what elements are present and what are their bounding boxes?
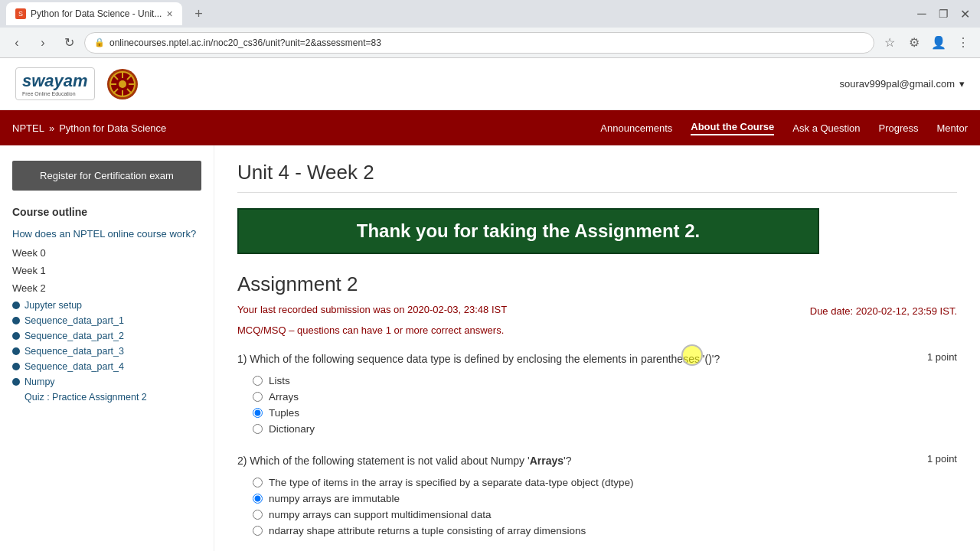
- url-text: onlinecourses.nptel.ac.in/noc20_cs36/uni…: [109, 37, 381, 48]
- page-title: Unit 4 - Week 2: [237, 161, 957, 193]
- question-1-number: 1): [237, 353, 247, 365]
- cert-btn[interactable]: Register for Certification exam: [12, 161, 201, 191]
- sidebar-item-label: Jupyter setup: [24, 300, 82, 311]
- sidebar-item-seq3[interactable]: Sequence_data_part_3: [12, 346, 201, 357]
- nptel-wheel-logo: [107, 69, 138, 99]
- option-multidim[interactable]: numpy arrays can support multidimensiona…: [253, 509, 957, 520]
- option-immutable-radio[interactable]: [253, 494, 263, 504]
- browser-tab[interactable]: S Python for Data Science - Unit... ×: [6, 2, 182, 25]
- option-immutable[interactable]: numpy arrays are immutable: [253, 493, 957, 504]
- menu-btn[interactable]: ⋮: [952, 32, 974, 54]
- nav-bar: NPTEL » Python for Data Science Announce…: [0, 110, 980, 145]
- breadcrumb: NPTEL » Python for Data Science: [12, 122, 166, 134]
- sidebar-item-label: Sequence_data_part_2: [24, 331, 124, 341]
- nav-links: Announcements About the Course Ask a Que…: [600, 121, 968, 135]
- option-arrays-label: Arrays: [269, 391, 299, 403]
- option-immutable-label: numpy arrays are immutable: [269, 493, 400, 504]
- forward-btn[interactable]: ›: [32, 32, 54, 54]
- extensions-btn[interactable]: ⚙: [903, 32, 925, 54]
- sidebar-item-label: Sequence_data_part_4: [24, 361, 124, 372]
- option-tuples-label: Tuples: [269, 407, 299, 419]
- sidebar-item-jupyter[interactable]: Jupyter setup: [12, 300, 201, 311]
- sidebar-item-seq1[interactable]: Sequence_data_part_1: [12, 315, 201, 326]
- sidebar-item-seq4[interactable]: Sequence_data_part_4: [12, 361, 201, 372]
- tab-favicon: S: [15, 8, 26, 19]
- option-multidim-radio[interactable]: [253, 510, 263, 520]
- question-1-header: 1) Which of the following sequence data …: [237, 351, 957, 367]
- thank-you-banner: Thank you for taking the Assignment 2.: [237, 208, 819, 254]
- tab-title: Python for Data Science - Unit...: [31, 8, 162, 19]
- user-dropdown-icon[interactable]: ▾: [959, 78, 965, 90]
- option-arrays[interactable]: Arrays: [253, 391, 957, 403]
- bookmark-btn[interactable]: ☆: [879, 32, 900, 54]
- option-multidim-label: numpy arrays can support multidimensiona…: [269, 509, 491, 520]
- back-btn[interactable]: ‹: [6, 32, 28, 54]
- quiz-item-label: Quiz : Practice Assignment 2: [24, 392, 147, 403]
- option-tuples[interactable]: Tuples: [253, 407, 957, 419]
- option-tuples-radio[interactable]: [253, 408, 263, 418]
- nav-announcements[interactable]: Announcements: [600, 122, 672, 134]
- swayam-sub: Free Online Education: [22, 91, 88, 96]
- sidebar-item-label: Sequence_data_part_3: [24, 346, 124, 357]
- nav-about-course[interactable]: About the Course: [691, 121, 774, 135]
- option-dtype-label: The type of items in the array is specif…: [269, 477, 634, 488]
- question-2-points: 1 point: [927, 453, 957, 465]
- nav-ask-question[interactable]: Ask a Question: [792, 122, 860, 134]
- profile-btn[interactable]: 👤: [928, 32, 949, 54]
- option-ndarray[interactable]: ndarray shape attribute returns a tuple …: [253, 525, 957, 536]
- sidebar-item-seq2[interactable]: Sequence_data_part_2: [12, 331, 201, 341]
- question-1-text: 1) Which of the following sequence data …: [237, 351, 912, 367]
- sidebar: Register for Certification exam Course o…: [0, 145, 214, 551]
- question-2-options: The type of items in the array is specif…: [253, 477, 957, 536]
- option-dtype-radio[interactable]: [253, 478, 263, 487]
- option-dtype[interactable]: The type of items in the array is specif…: [253, 477, 957, 488]
- option-dictionary-radio[interactable]: [253, 424, 263, 434]
- nav-progress[interactable]: Progress: [879, 122, 919, 134]
- assignment-title: Assignment 2: [237, 272, 957, 296]
- main-layout: Register for Certification exam Course o…: [0, 145, 980, 551]
- site-header: swayam Free Online Education: [0, 58, 980, 110]
- option-lists[interactable]: Lists: [253, 375, 957, 386]
- address-bar[interactable]: 🔒 onlinecourses.nptel.ac.in/noc20_cs36/u…: [84, 32, 874, 54]
- question-1-options: Lists Arrays Tuples Dictionary: [253, 375, 957, 435]
- question-1-block: 1) Which of the following sequence data …: [237, 351, 957, 435]
- week0-label[interactable]: Week 0: [12, 247, 201, 259]
- option-lists-radio[interactable]: [253, 376, 263, 386]
- nav-mentor[interactable]: Mentor: [937, 122, 968, 134]
- breadcrumb-nptel[interactable]: NPTEL: [12, 122, 44, 134]
- swayam-logo: swayam Free Online Education: [15, 67, 95, 100]
- user-email: sourav999pal@gmail.com: [840, 78, 956, 90]
- sidebar-item-label: Numpy: [24, 377, 55, 387]
- week2-label[interactable]: Week 2: [12, 282, 201, 294]
- lock-icon: 🔒: [94, 37, 105, 47]
- week1-label[interactable]: Week 1: [12, 265, 201, 276]
- dot-icon: [12, 302, 20, 309]
- breadcrumb-separator: »: [49, 122, 54, 134]
- question-2-text: 2) Which of the following statement is n…: [237, 453, 912, 469]
- user-area[interactable]: sourav999pal@gmail.com ▾: [840, 78, 965, 90]
- option-dictionary[interactable]: Dictionary: [253, 423, 957, 435]
- close-window-btn[interactable]: ✕: [956, 5, 974, 23]
- minimize-btn[interactable]: ─: [913, 5, 931, 23]
- option-ndarray-radio[interactable]: [253, 526, 263, 536]
- sidebar-item-numpy[interactable]: Numpy: [12, 377, 201, 387]
- option-arrays-radio[interactable]: [253, 392, 263, 402]
- reload-btn[interactable]: ↻: [58, 32, 80, 54]
- due-date: Due date: 2020-02-12, 23:59 IST.: [810, 305, 957, 317]
- new-tab-btn[interactable]: +: [188, 3, 210, 24]
- dot-icon: [12, 363, 20, 370]
- swayam-text: swayam: [22, 71, 88, 90]
- question-2-header: 2) Which of the following statement is n…: [237, 453, 957, 469]
- question-1-points: 1 point: [927, 351, 957, 363]
- nptel-link[interactable]: How does an NPTEL online course work?: [12, 227, 201, 241]
- sidebar-item-quiz[interactable]: Quiz : Practice Assignment 2: [12, 392, 201, 403]
- restore-btn[interactable]: ❐: [934, 5, 952, 23]
- option-dictionary-label: Dictionary: [269, 423, 315, 435]
- option-ndarray-label: ndarray shape attribute returns a tuple …: [269, 525, 586, 536]
- submission-row: Your last recorded submission was on 202…: [237, 304, 957, 318]
- mcq-note: MCQ/MSQ – questions can have 1 or more c…: [237, 324, 957, 336]
- dot-icon: [12, 347, 20, 355]
- breadcrumb-course[interactable]: Python for Data Science: [59, 122, 166, 134]
- content-area: Unit 4 - Week 2 Thank you for taking the…: [214, 145, 980, 551]
- tab-close-btn[interactable]: ×: [166, 8, 172, 20]
